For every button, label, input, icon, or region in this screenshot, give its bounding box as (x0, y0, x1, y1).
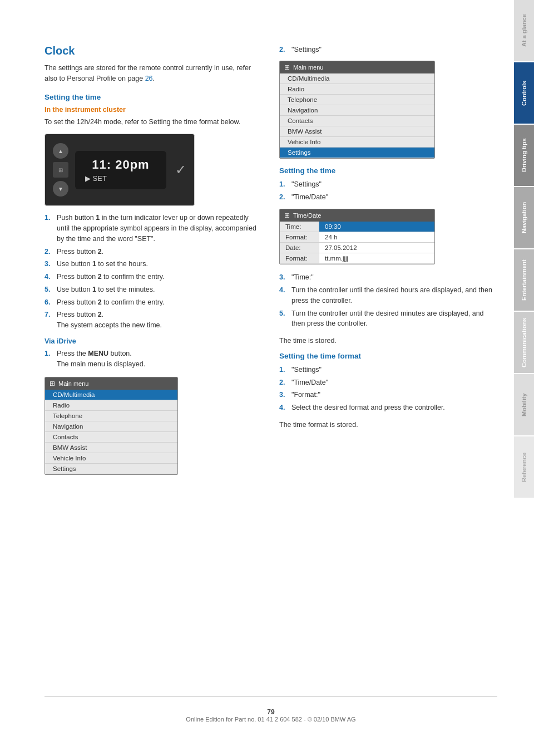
timedate-format2-row: Format: tt.mm.jjjj (280, 253, 434, 264)
menu-header: ⊞ Main menu (45, 377, 177, 390)
sidebar-tab-entertainment[interactable]: Entertainment (514, 249, 534, 311)
timedate-time-row: Time: 09:30 (280, 222, 434, 232)
cluster-steps-list: 1. Push button 1 in the turn indicator l… (44, 213, 263, 331)
step-6: 6. Press button 2 to confirm the entry. (44, 297, 263, 308)
page-footer: 79 Online Edition for Part no. 01 41 2 6… (44, 696, 497, 723)
page-title: Clock (44, 45, 263, 57)
sidebar-tab-mobility[interactable]: Mobility (514, 374, 534, 435)
menu-item-telephone: Telephone (45, 411, 177, 421)
menu-item-cd-r: CD/Multimedia (280, 73, 434, 84)
format-step-4: 4. Select the desired format and press t… (279, 402, 497, 413)
setting-time-format-heading: Setting the time format (279, 352, 497, 360)
menu-item-navigation: Navigation (45, 421, 177, 432)
instrument-cluster-heading: In the instrument cluster (44, 106, 263, 114)
right-step2: 2. "Settings" (279, 45, 497, 55)
timedate-header: ⊞ Time/Date (280, 209, 434, 222)
menu-item-navigation-r: Navigation (280, 105, 434, 116)
menu-item-radio: Radio (45, 400, 177, 411)
cluster-set-label: ▶ SET (85, 174, 156, 183)
cluster-display: 11: 20pm ▶ SET (75, 151, 166, 189)
cluster-button-down: ▼ (53, 181, 68, 197)
menu-item-settings-r: Settings (280, 148, 434, 158)
menu-item-vehicle-info: Vehicle Info (45, 453, 177, 464)
sidebar-tab-driving-tips[interactable]: Driving tips (514, 125, 534, 186)
main-menu-screenshot-left: ⊞ Main menu CD/Multimedia Radio Telephon… (44, 377, 178, 475)
sidebar-tab-at-a-glance[interactable]: At a glance (514, 0, 534, 61)
menu-item-radio-r: Radio (280, 84, 434, 95)
menu-item-bmw-assist-r: BMW Assist (280, 126, 434, 137)
sidebar-tab-navigation[interactable]: Navigation (514, 187, 534, 248)
checkmark-icon: ✓ (175, 162, 186, 178)
via-step-1: 1. Press the MENU button.The main menu i… (44, 348, 263, 370)
menu-item-telephone-r: Telephone (280, 95, 434, 105)
menu-item-vehicle-info-r: Vehicle Info (280, 137, 434, 148)
menu-item-bmw-assist: BMW Assist (45, 443, 177, 453)
cluster-time: 11: 20pm (85, 158, 156, 172)
timedate-screenshot: ⊞ Time/Date Time: 09:30 Format: 24 h Dat… (279, 209, 435, 264)
sidebar-tab-communications[interactable]: Communications (514, 312, 534, 373)
via-idrive-heading: Via iDrive (44, 337, 263, 345)
time-stored-text: The time is stored. (279, 336, 497, 346)
step-4: 4. Press button 2 to confirm the entry. (44, 272, 263, 282)
step-5-right: 5. Turn the controller until the desired… (279, 308, 497, 330)
cluster-center-display: ⊞ (53, 162, 68, 178)
sidebar-tab-controls[interactable]: Controls (514, 62, 534, 124)
menu-icon-right: ⊞ (284, 63, 290, 71)
menu-item-settings: Settings (45, 464, 177, 474)
intro-paragraph: The settings are stored for the remote c… (44, 63, 263, 84)
setting-time-format-steps: 1. "Settings" 2. "Time/Date" 3. "Format:… (279, 365, 497, 413)
format-step-2: 2. "Time/Date" (279, 377, 497, 388)
main-menu-screenshot-right: ⊞ Main menu CD/Multimedia Radio Telephon… (279, 61, 435, 159)
cluster-body-text: To set the 12h/24h mode, refer to Settin… (44, 117, 263, 127)
footer-text: Online Edition for Part no. 01 41 2 604 … (186, 716, 355, 723)
menu-item-contacts-r: Contacts (280, 116, 434, 126)
sidebar: At a glance Controls Driving tips Naviga… (514, 0, 534, 756)
step-4-right: 4. Turn the controller until the desired… (279, 285, 497, 306)
via-idrive-steps: 1. Press the MENU button.The main menu i… (44, 348, 263, 370)
cluster-image: ▲ ⊞ ▼ 11: 20pm ▶ SET ✓ (44, 134, 195, 206)
page-link[interactable]: 26 (145, 75, 153, 82)
step-5: 5. Use button 1 to set the minutes. (44, 284, 263, 295)
step-1: 1. Push button 1 in the turn indicator l… (44, 213, 263, 244)
setting-time-heading: Setting the time (44, 93, 263, 101)
format-step-1: 1. "Settings" (279, 365, 497, 375)
step-7: 7. Press button 2.The system accepts the… (44, 310, 263, 331)
cluster-button-up: ▲ (53, 143, 68, 159)
timedate-format-row: Format: 24 h (280, 232, 434, 243)
right-step-2: 2. "Settings" (279, 45, 497, 55)
menu-item-cd: CD/Multimedia (45, 390, 177, 400)
step-3: 3. Use button 1 to set the hours. (44, 259, 263, 269)
setting-time-step-2: 2. "Time/Date" (279, 192, 497, 203)
menu-icon: ⊞ (50, 380, 55, 387)
sidebar-tab-reference[interactable]: Reference (514, 436, 534, 498)
timedate-icon: ⊞ (284, 212, 290, 219)
setting-time-steps: 1. "Settings" 2. "Time/Date" (279, 179, 497, 203)
page-number: 79 (267, 708, 274, 716)
menu-header-right: ⊞ Main menu (280, 61, 434, 73)
setting-time-heading-right: Setting the time (279, 166, 497, 175)
setting-time-steps-continued: 3. "Time:" 4. Turn the controller until … (279, 272, 497, 329)
timedate-date-row: Date: 27.05.2012 (280, 243, 434, 253)
format-step-3: 3. "Format:" (279, 390, 497, 400)
time-format-stored-text: The time format is stored. (279, 420, 497, 430)
menu-item-contacts: Contacts (45, 432, 177, 443)
step-3-right: 3. "Time:" (279, 272, 497, 283)
step-2: 2. Press button 2. (44, 247, 263, 257)
setting-time-step-1: 1. "Settings" (279, 179, 497, 190)
